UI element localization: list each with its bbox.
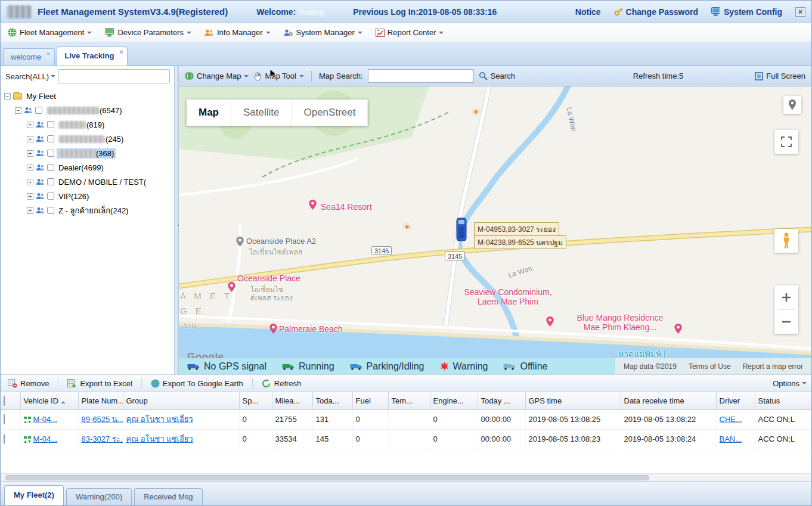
export-google-earth-button[interactable]: Export To Google Earth bbox=[148, 378, 246, 389]
vehicle-label[interactable]: M-04953,83-3027 ระยอง bbox=[474, 222, 559, 236]
expand-icon[interactable] bbox=[27, 136, 33, 142]
table-row[interactable]: M-04... 83-3027 ระ... คุณ อโนชา แซ่เอี่ย… bbox=[1, 429, 812, 449]
col-data-receive-time[interactable]: Data receive time bbox=[621, 392, 716, 409]
node-label[interactable]: VIP(126) bbox=[57, 191, 91, 201]
node-label[interactable]: (6547) bbox=[45, 105, 124, 116]
map-mode-map[interactable]: Map bbox=[187, 100, 231, 126]
map-mode-satellite[interactable]: Satellite bbox=[231, 100, 292, 126]
group-link[interactable]: คุณ อโนชา แซ่เอี่ยว bbox=[126, 415, 193, 424]
tree-node[interactable]: VIP(126) bbox=[1, 189, 174, 203]
place-pin[interactable] bbox=[236, 237, 244, 247]
map-canvas[interactable]: Map Satellite OpenStreet bbox=[179, 86, 811, 374]
plate-link[interactable]: 83-3027 ระ... bbox=[82, 434, 123, 443]
driver-link[interactable]: CHE... bbox=[720, 415, 742, 424]
col-driver[interactable]: Driver bbox=[716, 392, 755, 409]
col-today[interactable]: Toda... bbox=[312, 392, 352, 409]
node-label[interactable]: (245) bbox=[57, 134, 125, 144]
node-label[interactable]: DEMO / MOBILE / TEST( bbox=[57, 177, 148, 187]
group-link[interactable]: คุณ อโนชา แซ่เอี่ยว bbox=[126, 434, 193, 443]
resort-pin[interactable] bbox=[309, 200, 317, 210]
driver-link[interactable]: BAN... bbox=[720, 434, 742, 443]
close-icon[interactable] bbox=[117, 49, 125, 56]
horizontal-scrollbar[interactable] bbox=[1, 473, 811, 482]
vehicle-id-link[interactable]: M-04... bbox=[33, 415, 57, 424]
node-checkbox[interactable] bbox=[47, 193, 54, 200]
select-all-checkbox[interactable] bbox=[4, 396, 5, 406]
node-label[interactable]: (819) bbox=[57, 120, 106, 130]
expand-icon[interactable] bbox=[27, 179, 33, 185]
map-fullscreen-button[interactable] bbox=[774, 130, 798, 154]
poi-marker[interactable] bbox=[473, 108, 479, 115]
col-today-time[interactable]: Today ... bbox=[478, 392, 525, 409]
collapse-icon[interactable] bbox=[4, 93, 11, 100]
notice-link[interactable]: Notice bbox=[575, 7, 601, 17]
map-search-input[interactable] bbox=[368, 69, 474, 83]
export-excel-button[interactable]: Export to Excel bbox=[65, 378, 134, 389]
col-temp[interactable]: Tem... bbox=[388, 392, 430, 409]
tree-node[interactable]: DEMO / MOBILE / TEST( bbox=[1, 175, 174, 189]
tab-my-fleet[interactable]: My Fleet(2) bbox=[4, 485, 64, 505]
residence-pin[interactable] bbox=[546, 316, 554, 327]
collapse-icon[interactable] bbox=[15, 107, 21, 114]
map-search-button[interactable]: Search bbox=[479, 72, 515, 80]
node-checkbox[interactable] bbox=[47, 178, 54, 185]
tree-node[interactable]: (6547) bbox=[1, 103, 174, 117]
col-gps-time[interactable]: GPS time bbox=[525, 392, 621, 409]
search-scope-dropdown[interactable]: Search(ALL) bbox=[5, 72, 55, 81]
tree-node[interactable]: (245) bbox=[1, 132, 174, 146]
tree-root[interactable]: My Fleet bbox=[1, 89, 174, 103]
col-status[interactable]: Status bbox=[755, 392, 812, 409]
col-vehicle-id[interactable]: Vehicle ID bbox=[20, 392, 78, 409]
tab-warning[interactable]: Warning(200) bbox=[66, 488, 132, 505]
remove-button[interactable]: Remove bbox=[5, 378, 51, 389]
tree-node[interactable]: Dealer(4699) bbox=[1, 160, 174, 175]
vehicle-marker[interactable] bbox=[455, 218, 468, 241]
tree-node[interactable]: Z - ลูกค้ายกเล็ก(242) bbox=[1, 203, 174, 218]
tab-live-tracking[interactable]: Live Tracking bbox=[57, 46, 128, 66]
col-mileage[interactable]: Milea... bbox=[272, 392, 312, 409]
node-label[interactable]: Z - ลูกค้ายกเล็ก(242) bbox=[57, 204, 130, 218]
row-checkbox[interactable] bbox=[4, 414, 5, 424]
col-engine[interactable]: Engine... bbox=[430, 392, 478, 409]
zoom-out-button[interactable] bbox=[774, 310, 798, 334]
pegman-control[interactable] bbox=[774, 229, 798, 253]
panel-splitter[interactable] bbox=[175, 66, 179, 374]
scrollbar-thumb[interactable] bbox=[5, 475, 649, 480]
row-checkbox[interactable] bbox=[4, 434, 5, 444]
full-screen-button[interactable]: Full Screen bbox=[755, 72, 805, 80]
zoom-in-button[interactable] bbox=[774, 285, 798, 309]
node-checkbox[interactable] bbox=[47, 207, 54, 214]
vehicle-id-link[interactable]: M-04... bbox=[33, 434, 57, 443]
menu-system-manager[interactable]: System Manager bbox=[280, 26, 368, 39]
close-button[interactable] bbox=[795, 7, 805, 17]
map-mode-openstreet[interactable]: OpenStreet bbox=[292, 100, 368, 126]
refresh-button[interactable]: Refresh bbox=[259, 378, 304, 389]
menu-device-parameters[interactable]: Device Parameters bbox=[101, 26, 197, 39]
change-map-button[interactable]: Change Map bbox=[185, 72, 249, 80]
col-group[interactable]: Group bbox=[123, 392, 239, 409]
col-speed[interactable]: Sp... bbox=[239, 392, 272, 409]
node-checkbox[interactable] bbox=[47, 150, 54, 157]
change-password-link[interactable]: Change Password bbox=[614, 7, 698, 17]
expand-icon[interactable] bbox=[27, 207, 33, 214]
menu-info-manager[interactable]: Info Manager bbox=[201, 26, 277, 39]
map-tool-button[interactable]: Map Tool bbox=[253, 72, 304, 80]
report-error-link[interactable]: Report a map error bbox=[743, 362, 803, 371]
close-icon[interactable] bbox=[45, 51, 52, 58]
col-fuel[interactable]: Fuel bbox=[352, 392, 388, 409]
table-row[interactable]: M-04... 89-6525 น... คุณ อโนชา แซ่เอี่ยว… bbox=[1, 409, 812, 429]
node-label[interactable]: (368) bbox=[57, 148, 116, 159]
poi-marker[interactable] bbox=[404, 223, 410, 230]
col-plate[interactable]: Plate Num... bbox=[78, 392, 123, 409]
residence-pin[interactable] bbox=[674, 324, 682, 334]
system-config-link[interactable]: System Config bbox=[711, 7, 782, 17]
beach-pin[interactable] bbox=[269, 324, 277, 334]
node-checkbox[interactable] bbox=[35, 107, 42, 114]
node-checkbox[interactable] bbox=[47, 135, 54, 142]
tree-node-selected[interactable]: (368) bbox=[1, 146, 174, 160]
terms-link[interactable]: Terms of Use bbox=[689, 362, 731, 371]
tab-received-msg[interactable]: Received Msg bbox=[134, 488, 202, 505]
show-location-button[interactable] bbox=[783, 96, 801, 114]
options-button[interactable]: Options bbox=[773, 379, 807, 388]
expand-icon[interactable] bbox=[27, 150, 33, 157]
